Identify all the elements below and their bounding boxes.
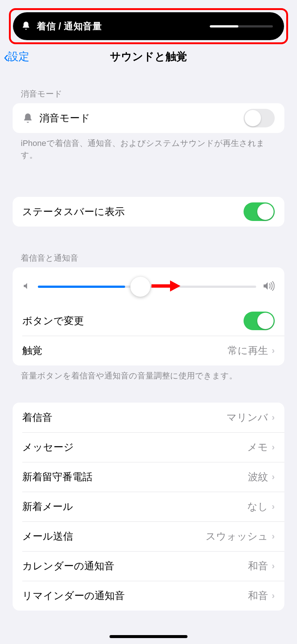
chevron-right-icon: ›	[272, 412, 275, 423]
chevron-right-icon: ›	[272, 531, 275, 541]
volume-slider[interactable]	[38, 286, 256, 288]
silent-mode-toggle[interactable]	[244, 109, 275, 127]
chevron-right-icon: ›	[272, 442, 275, 452]
sound-row-calendar[interactable]: カレンダーの通知音 和音 ›	[13, 551, 284, 581]
slider-thumb[interactable]	[130, 277, 150, 297]
bell-icon	[22, 113, 39, 124]
ringer-footer: 音量ボタンを着信音や通知音の音量調整に使用できます。	[0, 365, 297, 382]
silent-mode-header: 消音モード	[0, 71, 297, 103]
statusbar-row[interactable]: ステータスバーに表示	[13, 197, 284, 227]
chevron-right-icon: ›	[272, 472, 275, 482]
settings-screen: 着信 / 通知音量 ‹ 設定 サウンドと触覚 消音モード 消音モード iPhon…	[0, 0, 297, 644]
silent-mode-footer: iPhoneで着信音、通知音、およびシステムサウンドが再生されます。	[0, 133, 297, 161]
haptics-row[interactable]: 触覚 常に再生 ›	[13, 336, 284, 365]
volume-hud-bar	[210, 25, 273, 27]
svg-marker-1	[170, 280, 180, 292]
sound-row-sentmail[interactable]: メール送信 スウォッシュ ›	[13, 521, 284, 551]
page-title: サウンドと触覚	[0, 49, 297, 64]
chevron-right-icon: ›	[272, 591, 275, 601]
speaker-low-icon	[22, 282, 31, 292]
sound-value: 波紋	[248, 470, 268, 484]
ringer-header: 着信音と通知音	[0, 227, 297, 267]
statusbar-group: ステータスバーに表示	[13, 197, 284, 227]
change-with-buttons-label: ボタンで変更	[22, 314, 244, 328]
sound-label: メッセージ	[22, 440, 247, 454]
speaker-high-icon	[263, 281, 275, 293]
change-with-buttons-row[interactable]: ボタンで変更	[13, 306, 284, 336]
sound-row-ringtone[interactable]: 着信音 マリンバ ›	[13, 403, 284, 432]
silent-mode-row[interactable]: 消音モード	[13, 103, 284, 133]
sound-label: 新着留守番電話	[22, 470, 248, 484]
chevron-right-icon: ›	[272, 345, 275, 356]
nav-bar: ‹ 設定 サウンドと触覚	[0, 45, 297, 69]
sound-label: メール送信	[22, 530, 206, 543]
chevron-right-icon: ›	[272, 561, 275, 571]
back-label: 設定	[8, 49, 29, 64]
sound-label: カレンダーの通知音	[22, 559, 248, 573]
sounds-group: 着信音 マリンバ › メッセージ メモ › 新着留守番電話 波紋 › 新着メール…	[13, 403, 284, 611]
silent-mode-label: 消音モード	[39, 111, 244, 125]
volume-slider-row	[13, 267, 284, 306]
sound-row-newmail[interactable]: 新着メール なし ›	[13, 492, 284, 521]
silent-mode-group: 消音モード	[13, 103, 284, 133]
volume-hud-label: 着信 / 通知音量	[37, 20, 204, 32]
sound-label: 新着メール	[22, 500, 247, 513]
statusbar-label: ステータスバーに表示	[22, 205, 244, 218]
sound-value: スウォッシュ	[206, 530, 268, 543]
back-button[interactable]: ‹ 設定	[4, 49, 29, 64]
arrow-right-annotation	[151, 279, 180, 294]
ringer-group: ボタンで変更 触覚 常に再生 ›	[13, 267, 284, 365]
sound-value: メモ	[247, 440, 268, 454]
change-with-buttons-toggle[interactable]	[244, 312, 275, 330]
bell-icon	[21, 21, 31, 32]
sound-value: マリンバ	[226, 411, 268, 424]
sound-value: 和音	[248, 559, 268, 573]
statusbar-toggle[interactable]	[244, 202, 275, 221]
sound-row-voicemail[interactable]: 新着留守番電話 波紋 ›	[13, 462, 284, 492]
sound-row-message[interactable]: メッセージ メモ ›	[13, 432, 284, 462]
sound-value: 和音	[248, 589, 268, 602]
sound-value: なし	[247, 500, 268, 513]
chevron-right-icon: ›	[272, 501, 275, 512]
content: 消音モード 消音モード iPhoneで着信音、通知音、およびシステムサウンドが再…	[0, 71, 297, 611]
haptics-value: 常に再生	[228, 344, 268, 357]
sound-label: 着信音	[22, 411, 226, 424]
home-indicator[interactable]	[110, 635, 187, 638]
haptics-label: 触覚	[22, 344, 228, 357]
volume-hud: 着信 / 通知音量	[13, 12, 284, 40]
volume-hud-highlight: 着信 / 通知音量	[9, 8, 288, 44]
sound-label: リマインダーの通知音	[22, 589, 248, 602]
sound-row-reminder[interactable]: リマインダーの通知音 和音 ›	[13, 581, 284, 611]
